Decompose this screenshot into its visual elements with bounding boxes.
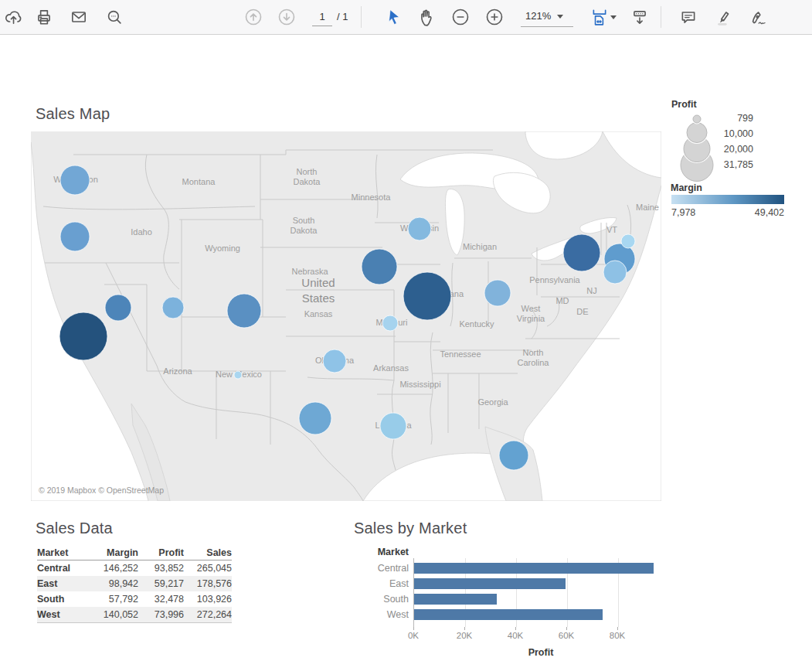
- highlighter-icon: [714, 8, 732, 26]
- zoom-level-dropdown[interactable]: 121%: [521, 6, 573, 27]
- scrolling-mode-icon: [630, 8, 649, 26]
- next-page-button[interactable]: [275, 5, 298, 29]
- map-state-label: SouthDakota: [290, 216, 318, 235]
- table-row: East98,94259,217178,576: [37, 576, 232, 591]
- page-total-label: / 1: [337, 11, 348, 22]
- axis-tick-label: 80K: [602, 631, 633, 640]
- us-map: WashingtonMontanaNorthDakotaMinnesotaIda…: [31, 131, 661, 501]
- map-state-label: Idaho: [131, 227, 152, 237]
- map-state-label: Nebraska: [291, 267, 328, 276]
- map-attribution: © 2019 Mapbox © OpenStreetMap: [39, 486, 164, 495]
- axis-tick-label: 60K: [551, 631, 582, 640]
- printer-icon: [35, 8, 53, 26]
- fit-width-button[interactable]: [588, 5, 611, 29]
- map-state-label: Georgia: [477, 397, 508, 407]
- map-bubble-california: [59, 312, 107, 360]
- bar-central: [414, 563, 654, 574]
- size-legend-value: 31,785: [680, 157, 753, 172]
- page-up-icon: [244, 8, 263, 26]
- sales-data-table: MarketMarginProfitSales Central146,25293…: [37, 546, 232, 623]
- map-state-label: NorthDakota: [294, 167, 321, 186]
- map-state-label: Michigan: [463, 242, 497, 251]
- search-button[interactable]: [103, 5, 126, 29]
- select-cursor-icon: [385, 8, 403, 26]
- page-scrolling-button[interactable]: [628, 5, 651, 29]
- map-bubble-connecticut: [603, 261, 627, 284]
- map-state-label: Kansas: [304, 309, 333, 319]
- map-bubble-florida: [499, 441, 528, 470]
- map-bubble-new-york: [563, 234, 600, 271]
- share-upload-button[interactable]: [2, 5, 25, 29]
- margin-color-gradient: [671, 195, 784, 204]
- table-row-header: Central: [37, 560, 91, 576]
- bar-category-label: West: [331, 608, 409, 621]
- table-cell: 272,264: [184, 607, 232, 622]
- map-state-label: Maine: [636, 203, 659, 212]
- page-number-input[interactable]: [312, 7, 332, 26]
- axis-tick-mark: [413, 627, 414, 630]
- sales-map-worksheet: WashingtonMontanaNorthDakotaMinnesotaIda…: [31, 131, 661, 501]
- table-row-header: East: [37, 576, 91, 591]
- bar-category-label: South: [331, 593, 409, 605]
- map-bubble-wisconsin: [408, 217, 431, 240]
- hand-icon: [418, 8, 437, 26]
- axis-tick-label: 20K: [449, 631, 480, 640]
- page-down-icon: [277, 8, 296, 26]
- map-bubble-louisiana: [380, 413, 406, 439]
- fill-sign-pen-icon: [748, 8, 766, 26]
- axis-tick-label: 0K: [398, 631, 429, 640]
- profit-legend-title: Profit: [671, 99, 697, 110]
- map-state-label: MD: [555, 296, 569, 305]
- map-state-label: Montana: [182, 177, 216, 186]
- upload-cloud-icon: [4, 8, 22, 26]
- map-bubble-washington: [60, 165, 90, 195]
- map-bubble-ohio: [484, 280, 511, 306]
- sales-data-title: Sales Data: [36, 520, 113, 537]
- map-state-label: VT: [606, 225, 617, 234]
- map-state-label: Tennessee: [440, 349, 481, 359]
- table-column-header: Profit: [138, 546, 184, 560]
- fit-width-dropdown-caret[interactable]: [610, 15, 617, 19]
- email-button[interactable]: [67, 5, 90, 29]
- table-column-header: Margin: [91, 546, 138, 560]
- table-header-row: MarketMarginProfitSales: [37, 546, 232, 560]
- map-bubble-nevada: [105, 295, 131, 321]
- map-bubble-oregon: [60, 222, 90, 251]
- map-bubble-new-hampshire: [621, 234, 635, 248]
- toolbar-separator: [661, 6, 661, 28]
- chevron-down-icon: [557, 15, 563, 19]
- zoom-out-button[interactable]: [449, 5, 472, 29]
- highlight-button[interactable]: [712, 5, 735, 29]
- table-row-header: South: [37, 591, 91, 607]
- map-state-label: Arizona: [163, 366, 192, 376]
- map-bubble-colorado: [227, 294, 261, 328]
- map-state-label: NJ: [586, 286, 596, 295]
- envelope-icon: [70, 8, 88, 26]
- table-cell: 59,217: [138, 576, 184, 591]
- table-cell: 32,478: [138, 591, 184, 607]
- table-cell: 178,576: [184, 576, 232, 591]
- map-state-label: Mississippi: [399, 380, 440, 389]
- table-cell: 93,852: [138, 560, 184, 576]
- table-row: South57,79232,478103,926: [37, 591, 232, 607]
- print-button[interactable]: [32, 5, 56, 29]
- hand-tool-button[interactable]: [416, 5, 439, 29]
- map-state-label: Arkansas: [373, 363, 409, 373]
- zoom-in-button[interactable]: [483, 5, 506, 29]
- fill-and-sign-button[interactable]: [746, 5, 769, 29]
- acrobat-toolbar: / 1 121%: [0, 0, 812, 35]
- axis-tick-mark: [617, 627, 618, 630]
- axis-tick-mark: [464, 627, 465, 630]
- map-bubble-missouri: [382, 315, 398, 331]
- table-cell: 140,052: [91, 607, 138, 622]
- table-cell: 98,942: [91, 576, 138, 591]
- previous-page-button[interactable]: [242, 5, 265, 29]
- axis-tick-mark: [515, 627, 516, 630]
- map-bubble-utah: [162, 297, 184, 319]
- table-body: Central146,25293,852265,045East98,94259,…: [37, 560, 232, 623]
- comment-button[interactable]: [677, 5, 700, 29]
- map-state-label: Wyoming: [205, 244, 240, 253]
- table-cell: 73,996: [138, 607, 184, 622]
- select-tool-button[interactable]: [382, 5, 406, 29]
- margin-max-label: 49,402: [707, 207, 784, 218]
